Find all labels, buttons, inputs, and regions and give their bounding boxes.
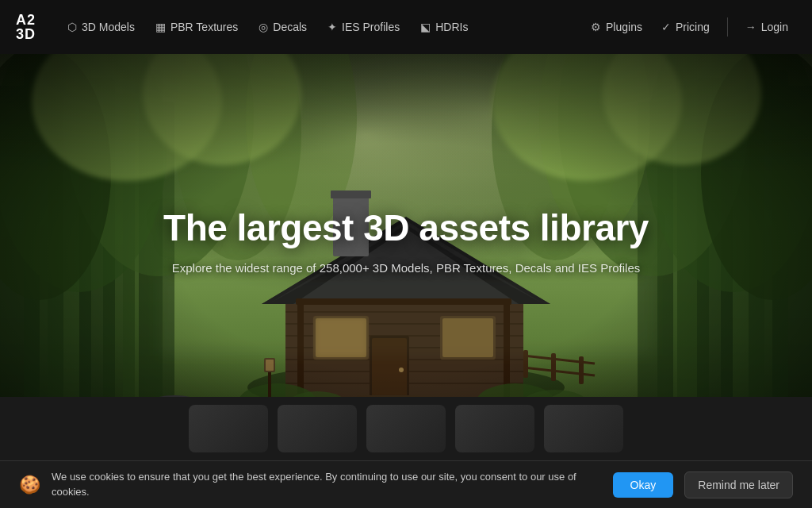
nav-label-ies-profiles: IES Profiles (342, 21, 400, 33)
nav-label-login: Login (761, 21, 788, 33)
bottom-strip (0, 397, 812, 460)
nav-item-hdris[interactable]: ⬕ HDRIs (412, 16, 476, 38)
nav-login[interactable]: → Login (737, 16, 796, 38)
cookie-remind-button[interactable]: Remind me later (684, 471, 793, 498)
strip-item-preview-3 (366, 405, 446, 452)
nav-divider (727, 17, 728, 37)
hdri-icon: ⬕ (420, 21, 431, 33)
logo[interactable]: A2 3D (16, 13, 36, 41)
nav-item-3d-models[interactable]: ⬡ 3D Models (59, 16, 143, 38)
ies-icon: ✦ (327, 21, 337, 33)
hero-content: The largest 3D assets library Explore th… (128, 208, 684, 275)
nav-label-hdris: HDRIs (435, 21, 468, 33)
nav-label-decals: Decals (273, 21, 307, 33)
nav-item-ies-profiles[interactable]: ✦ IES Profiles (320, 16, 408, 38)
cookie-banner: 🍪 We use cookies to ensure that you get … (0, 460, 812, 508)
texture-icon: ▦ (155, 21, 166, 33)
nav-label-pricing: Pricing (676, 21, 710, 33)
navbar: A2 3D ⬡ 3D Models ▦ PBR Textures ◎ Decal… (0, 0, 812, 54)
hero-subtitle: Explore the widest range of 258,000+ 3D … (128, 261, 684, 275)
hero-title: The largest 3D assets library (128, 208, 684, 248)
nav-item-pbr-textures[interactable]: ▦ PBR Textures (147, 16, 246, 38)
cookie-okay-button[interactable]: Okay (613, 472, 674, 498)
strip-item-5[interactable] (544, 405, 623, 452)
nav-label-plugins: Plugins (606, 21, 642, 33)
cookie-text: We use cookies to ensure that you get th… (52, 470, 602, 498)
nav-label-3d-models: 3D Models (82, 21, 135, 33)
logo-line1: A2 (16, 13, 36, 27)
nav-item-decals[interactable]: ◎ Decals (251, 16, 315, 38)
decal-icon: ◎ (259, 21, 268, 33)
nav-right: ⚙ Plugins ✓ Pricing → Login (583, 16, 796, 38)
strip-item-4[interactable] (455, 405, 534, 452)
cookie-icon: 🍪 (19, 475, 40, 495)
plugins-icon: ⚙ (591, 21, 601, 33)
nav-label-pbr-textures: PBR Textures (170, 21, 238, 33)
strip-item-preview-2 (278, 405, 357, 452)
strip-item-3[interactable] (366, 405, 446, 452)
pricing-icon: ✓ (661, 21, 671, 33)
strip-item-preview-1 (189, 405, 268, 452)
cube-icon: ⬡ (67, 21, 77, 33)
nav-item-plugins[interactable]: ⚙ Plugins (583, 16, 650, 38)
strip-item-1[interactable] (189, 405, 268, 452)
logo-line2: 3D (16, 27, 36, 41)
nav-item-pricing[interactable]: ✓ Pricing (653, 16, 718, 38)
strip-item-2[interactable] (278, 405, 357, 452)
strip-item-preview-4 (455, 405, 534, 452)
login-icon: → (745, 21, 756, 33)
strip-item-preview-5 (544, 405, 623, 452)
nav-links: ⬡ 3D Models ▦ PBR Textures ◎ Decals ✦ IE… (59, 16, 583, 38)
